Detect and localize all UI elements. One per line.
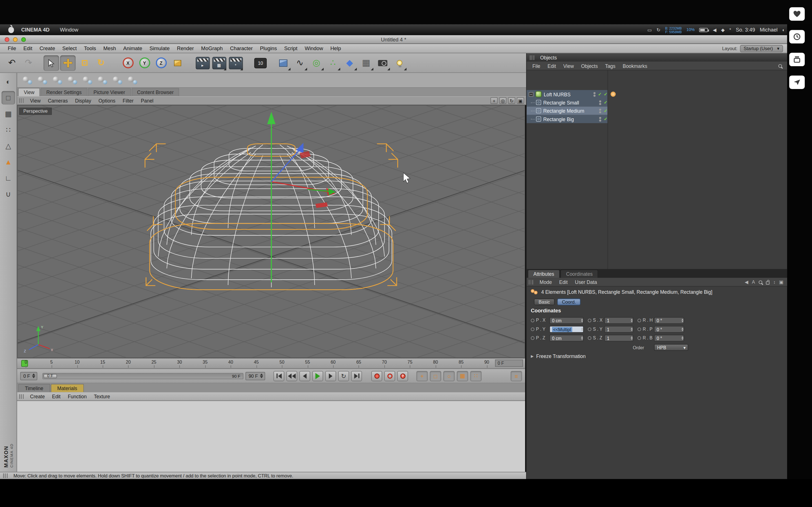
autokeying-button[interactable] [384,371,395,381]
rb-field[interactable]: 0 ° [654,335,684,341]
font-icon[interactable]: A [752,279,755,284]
grip-icon[interactable] [19,98,24,103]
rotate-view-icon[interactable]: ↻ [508,97,515,104]
lock-y-icon[interactable]: Y [137,55,152,71]
visibility-dots-icon[interactable] [599,117,601,121]
lock-x-icon[interactable]: X [120,55,136,71]
object-name[interactable]: Rectangle Small [543,100,579,105]
objects-menu-tags[interactable]: Tags [601,63,619,68]
layout-selector[interactable]: Startup (User) ▾ [740,45,783,52]
objects-menu-file[interactable]: File [529,63,544,68]
play-button[interactable] [312,371,323,381]
generator-check-icon[interactable]: ✓ [604,92,607,97]
projection-label[interactable]: Perspective [19,108,52,115]
updown-icon[interactable]: ↕ [773,279,775,284]
goto-end-button[interactable] [351,371,362,381]
point-mode-icon[interactable]: ∷ [2,123,15,136]
pz-field[interactable]: 0 cm [550,335,583,341]
timeline-options-button[interactable]: ≡ [511,371,522,381]
goto-start-button[interactable] [273,371,285,381]
pan-view-icon[interactable]: + [490,97,498,104]
tree-row-rectangle-small[interactable]: Rectangle Small ✓ [527,98,608,107]
menu-mograph[interactable]: MoGraph [198,46,226,51]
menu-select[interactable]: Select [59,46,80,51]
window-titlebar[interactable]: Untitled 4 * [0,35,787,44]
menu-edit[interactable]: Edit [20,46,36,51]
menubar-user[interactable]: Michael [760,27,777,33]
py-field[interactable]: <<Multipl [550,326,583,333]
snap-icon[interactable]: ∪ [2,187,15,201]
menu-create[interactable]: Create [36,46,59,51]
frame-range-slider[interactable]: 0 F 90 F [43,373,244,379]
like-button[interactable] [789,7,805,21]
collections-button[interactable] [789,53,805,66]
undo-button[interactable]: ↶ [4,55,20,71]
deformer-icon[interactable]: ◆ [342,55,357,71]
objects-menu-edit[interactable]: Edit [544,63,560,68]
user-menu-icon[interactable]: ◐ [782,27,785,32]
convert-icon[interactable]: ◐ [2,75,15,89]
zoom-view-icon[interactable]: ◎ [499,97,507,104]
menu-file[interactable]: File [4,46,20,51]
back-arrow-icon[interactable]: ◀ [745,279,748,284]
spline-pen-icon[interactable]: ∿ [292,55,308,71]
attributes-menu-edit[interactable]: Edit [555,279,571,285]
spotlight-icon[interactable]: * [729,27,731,32]
render-view-button[interactable]: ▸ [195,55,210,71]
object-tree[interactable]: − Loft NURBS ✓ ✓ Rectangle Small ✓ Recta… [527,70,787,269]
timeline-ruler[interactable]: 0 F 051015202530354045505560657075808590 [17,358,525,369]
tab-attributes[interactable]: Attributes [528,270,560,278]
viewport-menu-panel[interactable]: Panel [137,98,157,103]
keyframe-selection-button[interactable]: ? [397,371,408,381]
lock-z-icon[interactable]: Z [153,55,169,71]
visibility-dots-icon[interactable] [599,108,601,113]
tab-picture-viewer[interactable]: Picture Viewer [88,88,131,96]
end-frame-field[interactable]: 90 F [246,372,265,380]
tab-content-browser[interactable]: Content Browser [132,88,179,96]
menu-plugins[interactable]: Plugins [256,46,281,51]
light-icon[interactable] [392,55,407,71]
environment-icon[interactable]: ▦ [358,55,374,71]
objects-menu-bookmarks[interactable]: Bookmarks [619,63,651,68]
rh-field[interactable]: 0 ° [654,317,684,324]
texture-mode-icon[interactable]: ▦ [2,107,15,121]
menu-render[interactable]: Render [173,46,198,51]
tag-icon[interactable] [611,92,616,97]
position-record-toggle[interactable]: + [416,371,428,381]
viewport-menu-display[interactable]: Display [71,98,95,103]
menu-script[interactable]: Script [281,46,301,51]
model-mode-icon[interactable]: □ [2,91,15,105]
pla-record-toggle[interactable]: ∷ [470,371,481,381]
tab-timeline[interactable]: Timeline [18,384,50,392]
viewport-3d[interactable]: YXZ Perspective [17,105,525,358]
slider-handle[interactable]: 0 F [43,374,57,378]
sy-field[interactable]: 1 [604,326,633,333]
dropbox-icon[interactable]: ◆ [721,27,725,32]
menu-mesh[interactable]: Mesh [100,46,120,51]
volume-icon[interactable]: ◀ [713,27,716,32]
object-name[interactable]: Rectangle Big [543,116,574,122]
grip-icon[interactable] [529,280,534,284]
edge-mode-icon[interactable]: △ [2,139,15,153]
live-selection-icon[interactable] [43,55,59,71]
menubar-clock[interactable]: So. 3:49 [736,27,755,33]
objects-menu-objects[interactable]: Objects [577,63,601,68]
menubar-window-menu[interactable]: Window [60,27,78,33]
sphere-pair-icon-1[interactable] [21,74,34,86]
display-icon[interactable]: ▭ [647,27,652,32]
grip-icon[interactable] [19,394,24,399]
coordinate-system-icon[interactable] [170,55,185,71]
materials-menu-edit[interactable]: Edit [49,393,64,399]
enabled-check-icon[interactable]: ✓ [598,92,602,97]
visibility-dots-icon[interactable] [599,100,601,105]
render-picture-viewer-button[interactable]: ▦ [211,55,227,71]
menu-window[interactable]: Window [301,46,327,51]
polygon-mode-icon[interactable]: ▲ [2,155,15,169]
sphere-pair-icon-2[interactable] [36,74,49,86]
menu-help[interactable]: Help [327,46,345,51]
parameter-record-toggle[interactable]: ▦ [457,371,468,381]
previous-key-button[interactable] [287,371,297,381]
materials-menu-texture[interactable]: Texture [90,393,114,399]
sphere-pair-icon-4[interactable] [66,74,79,86]
search-icon[interactable] [778,64,782,68]
